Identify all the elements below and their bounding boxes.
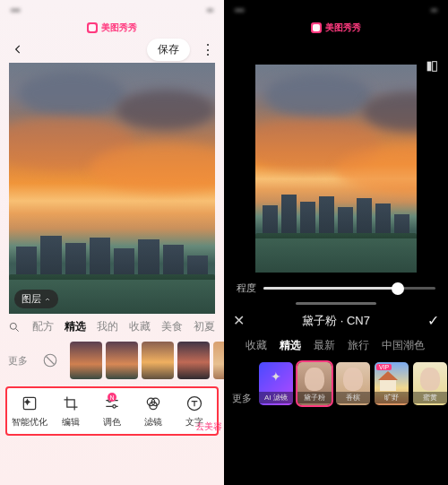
brand-badge: 美图秀秀 — [0, 20, 224, 36]
tab-chuxia[interactable]: 初夏 — [194, 319, 215, 334]
filter-tabs: 收藏 精选 最新 旅行 中国潮色 — [224, 334, 448, 357]
beauty-link[interactable]: 去美容 — [195, 420, 222, 433]
main-toolbar: 智能优化 编辑 N调色 滤镜 文字 — [5, 386, 219, 436]
tab-zuixin[interactable]: 最新 — [314, 338, 335, 353]
tool-color[interactable]: N调色 — [91, 394, 133, 429]
preset-none[interactable] — [34, 342, 66, 379]
edited-photo — [9, 63, 215, 314]
save-button[interactable]: 保存 — [147, 39, 190, 61]
filter-thumb[interactable]: 蜜黄 — [413, 362, 447, 405]
phone-right: ••••• 美图秀秀 程度 ✕ 黛子粉 · CN7 ✓ 收藏 精选 — [224, 0, 448, 485]
filter-thumb[interactable]: VIP旷野 — [375, 362, 409, 405]
tab-wode[interactable]: 我的 — [97, 319, 118, 334]
svg-rect-10 — [433, 62, 437, 72]
badge-new: N — [108, 393, 116, 402]
svg-point-4 — [113, 405, 116, 408]
svg-rect-2 — [23, 397, 35, 409]
status-bar: ••••• — [0, 0, 224, 20]
meitu-logo-icon — [311, 22, 322, 33]
chevron-up-icon — [44, 296, 51, 303]
intensity-row: 程度 — [224, 273, 448, 300]
compare-icon — [425, 59, 439, 74]
tool-smart[interactable]: 智能优化 — [9, 394, 50, 429]
brand-text: 美图秀秀 — [101, 22, 137, 34]
crop-sparkle-icon — [21, 394, 39, 412]
status-bar: ••••• — [224, 0, 448, 20]
confirm-button[interactable]: ✓ — [427, 312, 439, 329]
intensity-label: 程度 — [237, 281, 256, 295]
close-button[interactable]: ✕ — [233, 312, 245, 329]
crop-icon — [62, 394, 80, 412]
filter-thumb-selected[interactable]: 黛子粉 — [297, 362, 332, 405]
top-bar: 保存 ⋮ — [0, 36, 224, 63]
chevron-left-icon — [12, 43, 24, 56]
search-icon[interactable] — [7, 320, 22, 334]
sparkle-icon: ✦ — [271, 369, 281, 384]
tab-fangfa[interactable]: 配方 — [32, 319, 54, 334]
tab-meishi[interactable]: 美食 — [161, 319, 183, 334]
preset-tabs: 配方 精选 我的 收藏 美食 初夏 — [0, 314, 224, 340]
svg-rect-9 — [427, 62, 432, 72]
filter-ai[interactable]: ✦AI 滤镜 — [259, 362, 293, 405]
tool-edit[interactable]: 编辑 — [50, 394, 91, 429]
tab-shoucang[interactable]: 收藏 — [246, 338, 267, 353]
preset-thumbs: 更多 — [0, 340, 224, 381]
preset-thumb[interactable] — [106, 342, 138, 379]
more-button[interactable]: ⋮ — [201, 41, 215, 58]
layer-button[interactable]: 图层 — [14, 290, 58, 308]
slider-knob[interactable] — [392, 282, 404, 295]
preset-thumb[interactable] — [177, 342, 210, 379]
tab-lvxing[interactable]: 旅行 — [348, 338, 369, 353]
phone-left: ••••• 美图秀秀 保存 ⋮ 图层 配方 精选 我的 收藏 美食 初夏 — [0, 0, 224, 485]
tab-shoucang[interactable]: 收藏 — [129, 319, 151, 334]
intensity-slider[interactable] — [263, 287, 435, 290]
more-presets[interactable]: 更多 — [5, 354, 30, 368]
svg-point-0 — [10, 323, 16, 329]
tool-filter[interactable]: 滤镜 — [133, 394, 174, 429]
filter-thumbs: 更多 ✦AI 滤镜 黛子粉 香槟 VIP旷野 蜜黄 — [224, 357, 448, 411]
image-canvas[interactable] — [255, 65, 417, 273]
no-filter-icon — [42, 352, 58, 368]
text-icon — [185, 394, 203, 412]
meitu-logo-icon — [87, 22, 98, 33]
filter-circles-icon — [144, 394, 162, 412]
image-canvas[interactable]: 图层 — [9, 63, 215, 314]
back-button[interactable] — [9, 40, 27, 58]
more-filters[interactable]: 更多 — [229, 392, 254, 405]
tab-jingxuan[interactable]: 精选 — [280, 338, 301, 353]
preset-thumb[interactable] — [142, 342, 174, 379]
home-indicator — [296, 302, 376, 305]
filter-thumb[interactable]: 香槟 — [336, 362, 370, 405]
compare-button[interactable] — [425, 59, 439, 77]
vip-badge: VIP — [376, 364, 392, 370]
tab-jingxuan[interactable]: 精选 — [65, 319, 86, 334]
filter-name: 黛子粉 · CN7 — [252, 313, 420, 329]
filter-title-bar: ✕ 黛子粉 · CN7 ✓ — [224, 307, 448, 334]
preset-thumb[interactable] — [70, 342, 102, 379]
brand-badge: 美图秀秀 — [224, 20, 448, 36]
tab-chaose[interactable]: 中国潮色 — [382, 338, 425, 353]
edited-photo — [255, 65, 417, 273]
